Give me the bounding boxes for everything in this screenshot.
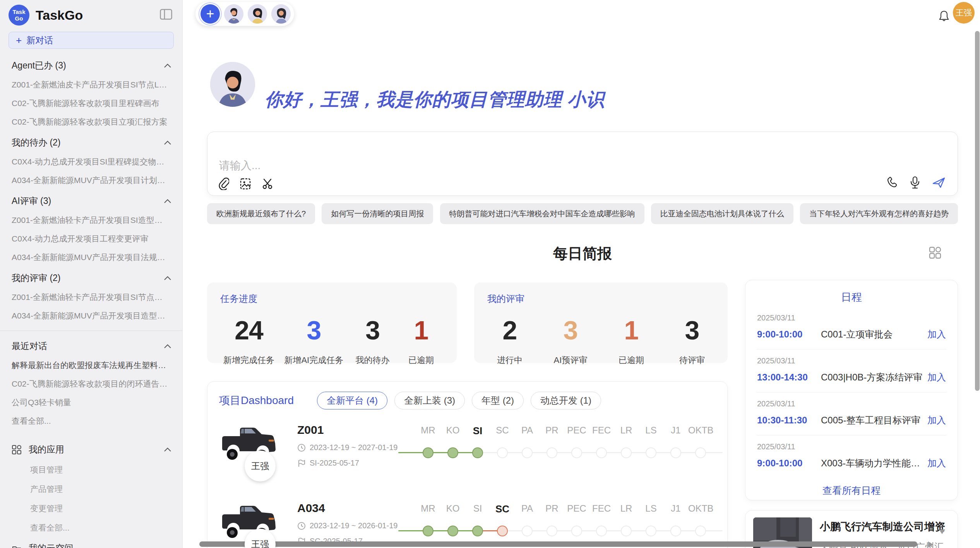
add-agent-button[interactable]: + [200,4,220,24]
layout-grid-icon[interactable] [929,246,942,261]
user-avatar[interactable]: 王强 [953,2,975,24]
app-logo: Task Go [9,5,29,26]
suggestion-chip[interactable]: 欧洲新规最近颁布了什么? [207,203,315,224]
milestone-dot-done[interactable] [472,447,483,458]
dashboard-tab[interactable]: 全新上装 (3) [394,392,465,409]
vertical-scrollbar[interactable] [975,31,980,391]
dashboard-tab[interactable]: 动总开发 (1) [531,392,601,409]
milestone-dot-todo[interactable] [596,526,607,536]
stat-value: 3 [284,315,343,345]
join-meeting-link[interactable]: 加入 [927,371,946,384]
recent-chat-item[interactable]: 解释最新出台的欧盟报废车法规再生塑料比例被调至15%... [0,356,182,375]
flag-icon [297,459,306,468]
stat-label: 已逾期 [402,354,440,366]
milestone-dot-todo[interactable] [522,447,533,458]
project-row[interactable]: 王强Z0012023-12-19 ~ 2027-01-19SI-2025-05-… [219,421,716,488]
milestone-label: MR [416,425,440,437]
milestone-dot-todo[interactable] [646,526,656,536]
suggestion-chip[interactable]: 特朗普可能对进口汽车增税会对中国车企造成哪些影响 [440,203,644,224]
sidebar-task-item[interactable]: Z001-全新燃油轻卡产品开发项目SI造型提交物评审 [0,211,182,229]
agent-avatar-2[interactable] [248,4,267,24]
sidebar-task-item[interactable]: A034-全新新能源MUV产品开发项目计划变更表编写 [0,171,182,190]
sidebar-section-header[interactable]: 我的评审 (2) [0,267,182,288]
milestone-dot-todo[interactable] [497,447,508,458]
schedule-time: 10:30-11:30 [757,415,821,426]
dashboard-tab[interactable]: 全新平台 (4) [317,392,387,409]
milestone-dot-todo[interactable] [571,447,582,458]
send-icon[interactable] [932,176,946,189]
milestone-dot-done[interactable] [472,526,483,536]
sidebar-item-my-apps[interactable]: 我的应用 [0,439,182,460]
image-icon[interactable] [239,178,252,190]
sidebar-task-item[interactable]: Z001-全新燃油轻卡产品开发项目SI节点属性5D文件评审 [0,288,182,307]
my-apps-sub-item[interactable]: 查看全部... [0,518,182,538]
milestone-dot-todo[interactable] [695,526,706,536]
milestone-dot-overdue[interactable] [497,526,508,536]
sidebar-section-header[interactable]: 最近对话 [0,335,182,356]
sidebar-item-cloud-space[interactable]: 我的云空间 [0,538,182,548]
join-meeting-link[interactable]: 加入 [927,328,946,341]
sidebar-task-item[interactable]: A034-全新新能源MUV产品开发项目造型可行性评审 [0,307,182,325]
project-dates: 2023-12-19 ~ 2026-01-19 [310,521,397,530]
new-chat-button[interactable]: + 新对话 [9,32,174,49]
recent-chat-item[interactable]: 公司Q3轻卡销量 [0,393,182,412]
milestone-dot-todo[interactable] [621,447,632,458]
milestone-dot-todo[interactable] [522,526,533,536]
recent-chats-label: 最近对话 [12,340,47,352]
milestone-dot-todo[interactable] [547,447,557,458]
notifications-bell-icon[interactable] [938,10,950,24]
view-all-schedule-link[interactable]: 查看所有日程 [756,484,947,497]
sidebar-section-header[interactable]: Agent已办 (3) [0,54,182,75]
suggestion-chip[interactable]: 如何写一份清晰的项目周报 [322,203,433,224]
attachment-icon[interactable] [218,178,229,190]
schedule-card: 日程 2025/03/119:00-10:00C001-立项审批会加入2025/… [745,280,958,500]
schedule-date: 2025/03/11 [757,356,946,365]
milestone-dot-todo[interactable] [670,447,681,458]
milestone-dot-todo[interactable] [621,526,632,536]
milestone-dot-todo[interactable] [596,447,607,458]
news-title: 小鹏飞行汽车制造公司增资 [820,520,951,534]
my-apps-sub-item[interactable]: 变更管理 [0,499,182,518]
daily-briefing-title: 每日简报 [207,244,958,264]
milestone-dot-todo[interactable] [695,447,706,458]
suggestion-chip[interactable]: 比亚迪全固态电池计划具体说了什么 [651,203,793,224]
sidebar-task-item[interactable]: C0X4-动力总成开发项目工程变更评审 [0,229,182,248]
sidebar-section-header[interactable]: AI评审 (3) [0,190,182,211]
agent-avatar-3[interactable] [271,4,291,24]
milestone-dot-done[interactable] [423,447,433,458]
sidebar-task-item[interactable]: C0X4-动力总成开发项目SI里程碑提交物检查 [0,152,182,171]
my-apps-sub-item[interactable]: 项目管理 [0,460,182,480]
milestone-dot-todo[interactable] [670,526,681,536]
scroll-down-arrow-icon[interactable] [939,529,945,534]
sidebar-task-item[interactable]: Z001-全新燃油皮卡产品开发项目SI节点Lesson Learn报告 [0,75,182,94]
milestone-dot-done[interactable] [447,526,458,536]
milestone-dot-todo[interactable] [646,447,656,458]
sidebar-task-item[interactable]: C02-飞腾新能源轻客改款项目里程碑画布 [0,94,182,113]
sidebar-section-header[interactable]: 我的待办 (2) [0,131,182,152]
horizontal-scrollbar[interactable] [199,541,917,547]
phone-call-icon[interactable] [886,176,898,189]
chat-input-card[interactable]: 请输入... [207,132,958,196]
project-row[interactable]: 王强A0342023-12-19 ~ 2026-01-19SC-2025-05-… [219,499,716,548]
schedule-date: 2025/03/11 [757,313,946,322]
scissors-icon[interactable] [262,178,274,190]
join-meeting-link[interactable]: 加入 [927,457,946,469]
milestone-dot-done[interactable] [447,447,458,458]
milestone-dot-todo[interactable] [547,526,557,536]
stat-value: 3 [551,315,590,345]
microphone-icon[interactable] [910,176,920,189]
sidebar-task-item[interactable]: A034-全新新能源MUV产品开发项目法规符合性评审 [0,248,182,267]
scroll-right-arrow-icon[interactable] [928,541,933,548]
recent-chat-item[interactable]: 查看全部... [0,412,182,430]
dashboard-tab[interactable]: 年型 (2) [472,392,524,409]
join-meeting-link[interactable]: 加入 [927,414,946,426]
recent-chat-item[interactable]: C02-飞腾新能源轻客改款项目的闭环通告反馈情况 [0,375,182,393]
sidebar-task-item[interactable]: C02-飞腾新能源轻客改款项目立项汇报方案 [0,113,182,131]
my-apps-sub-item[interactable]: 产品管理 [0,480,182,499]
agent-avatar-1[interactable] [224,4,243,24]
milestone-dot-todo[interactable] [571,526,582,536]
sidebar-collapse-icon[interactable] [160,9,172,21]
milestone-dot-done[interactable] [423,526,433,536]
suggestion-chip[interactable]: 当下年轻人对汽车外观有怎样的喜好趋势 [800,203,958,224]
logo-line1: Task [12,9,25,15]
